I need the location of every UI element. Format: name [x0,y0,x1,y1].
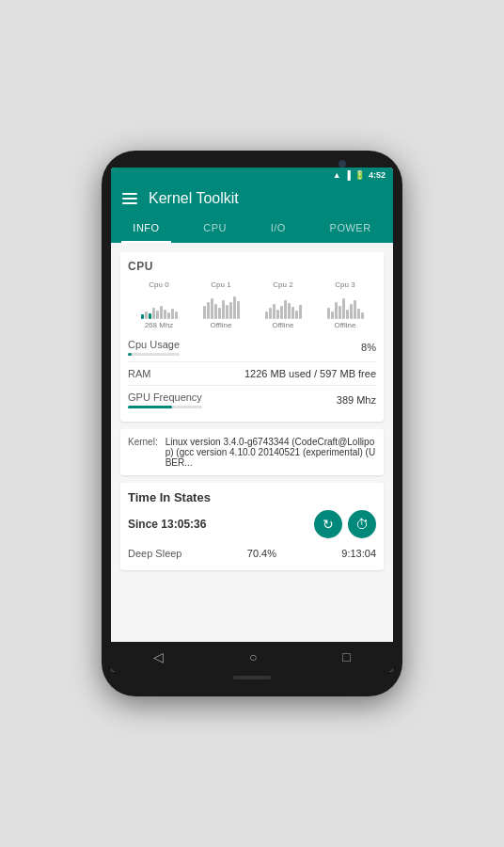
time-in-states-section: Time In States Since 13:05:36 ↻ ⏱ Deep S… [120,483,384,570]
home-button[interactable]: ○ [249,649,257,664]
cpu1-bars [190,291,252,319]
tab-info[interactable]: Info [121,215,170,243]
cpu1-bar-4 [214,304,217,319]
toolbar: Kernel Toolkit [111,183,393,215]
cpu3-graph: Cpu 3 Offlin [314,280,376,329]
cpu3-bar-7 [350,304,353,319]
battery-icon: 🔋 [354,170,365,180]
cpu0-bar-4 [152,308,155,319]
cpu0-graph: Cpu 0 268 Mh [128,280,190,329]
cpu3-bar-8 [354,300,356,319]
cpu2-bar-4 [276,310,279,319]
cpu2-bar-8 [291,307,294,319]
cpu1-freq: Offline [211,321,232,329]
cpu1-bar-3 [211,298,213,319]
cpu2-bar-1 [265,312,268,319]
recents-button[interactable]: □ [342,649,350,664]
cpu1-bar-6 [222,300,225,319]
cpu0-bar-10 [175,312,178,319]
cpu0-freq: 268 Mhz [145,321,174,329]
cpu0-bar-3 [149,313,151,319]
deep-sleep-duration: 9:13:04 [341,548,376,559]
gpu-freq-label: GPU Frequency [128,392,202,403]
cpu3-bar-4 [339,306,341,319]
back-button[interactable]: ◁ [153,649,164,664]
time-section-title: Time In States [128,490,211,504]
refresh-button[interactable]: ↻ [314,510,342,538]
deep-sleep-percentage: 70.4% [247,548,276,559]
kernel-row: Kernel: Linux version 3.4.0-g6743344 (Co… [128,437,376,468]
cpu2-graph: Cpu 2 Offlin [252,280,314,329]
cpu0-bar-7 [164,310,166,319]
cpu2-bar-6 [284,300,287,319]
cpu0-bar-5 [156,311,159,319]
phone-device: ▲ ▐ 🔋 4:52 Kernel Toolkit Info Cpu I/O P… [102,151,402,696]
cpu1-bar-7 [226,305,228,319]
phone-home-bar [233,676,271,679]
cpu-usage-label: Cpu Usage [128,339,180,350]
cpu-section-title: CPU [128,260,376,273]
cpu3-bar-6 [346,310,349,319]
deep-sleep-label: Deep Sleep [128,548,182,559]
tab-io[interactable]: I/O [260,215,297,243]
cpu2-bars [252,291,314,319]
cpu3-label: Cpu 3 [335,280,354,289]
tab-power[interactable]: Power [319,215,383,243]
kernel-value: Linux version 3.4.0-g6743344 (CodeCraft@… [165,437,376,468]
tab-bar: Info Cpu I/O Power [111,215,393,243]
cpu2-freq: Offline [273,321,294,329]
cpu3-bar-9 [357,309,360,319]
tab-cpu[interactable]: Cpu [192,215,238,243]
ram-row: RAM 1226 MB used / 597 MB free [128,362,376,386]
since-prefix: Since [128,518,158,531]
nav-bar: ◁ ○ □ [111,642,393,672]
cpu0-bar-6 [160,306,163,319]
status-time: 4:52 [369,170,386,180]
menu-button[interactable] [122,193,137,204]
cpu2-bar-3 [273,304,276,319]
gpu-freq-value: 389 Mhz [337,394,376,406]
cpu-usage-value: 8% [361,342,376,353]
kernel-label: Kernel: [128,437,158,468]
cpu2-bar-2 [269,308,272,319]
cpu2-label: Cpu 2 [273,280,292,289]
clock-button[interactable]: ⏱ [348,510,376,538]
cpu0-label: Cpu 0 [149,280,168,289]
cpu3-bar-5 [342,298,345,319]
time-since: Since 13:05:36 [128,518,206,531]
cpu1-bar-5 [218,308,221,319]
gpu-freq-fill [128,406,172,408]
content-area: CPU Cpu 0 [111,243,393,642]
cpu1-bar-9 [233,296,236,319]
cpu1-label: Cpu 1 [211,280,230,289]
cpu2-bar-9 [295,311,298,319]
cpu1-bar-8 [229,302,232,319]
cpu3-bar-1 [327,308,330,319]
phone-screen: ▲ ▐ 🔋 4:52 Kernel Toolkit Info Cpu I/O P… [111,168,393,672]
cpu1-bar-1 [203,306,206,319]
cpu2-bar-5 [280,306,283,319]
ram-value: 1226 MB used / 597 MB free [244,368,376,379]
cpu-usage-fill [128,353,132,356]
gpu-freq-row: GPU Frequency 389 Mhz [128,386,376,414]
cpu3-bar-3 [335,302,338,319]
phone-camera [339,160,346,168]
cpu2-bar-7 [288,303,291,319]
cpu0-bar-8 [167,312,170,319]
ram-label: RAM [128,368,150,379]
cpu0-bar-1 [141,314,144,319]
gpu-freq-progress [128,406,202,408]
cpu0-bar-9 [171,309,174,319]
cpu0-bars [128,291,190,319]
cpu-section: CPU Cpu 0 [120,252,384,422]
cpu3-bar-2 [331,312,334,319]
cpu3-bars [314,291,376,319]
action-buttons: ↻ ⏱ [314,510,376,538]
deep-sleep-row: Deep Sleep 70.4% 9:13:04 [128,544,376,563]
cpu0-bar-2 [145,312,148,319]
time-section-header: Time In States [128,490,376,504]
cpu3-bar-10 [361,312,364,319]
cpu1-graph: Cpu 1 Offlin [190,280,252,329]
cpu1-bar-2 [207,302,210,319]
cpu1-bar-10 [237,301,240,319]
